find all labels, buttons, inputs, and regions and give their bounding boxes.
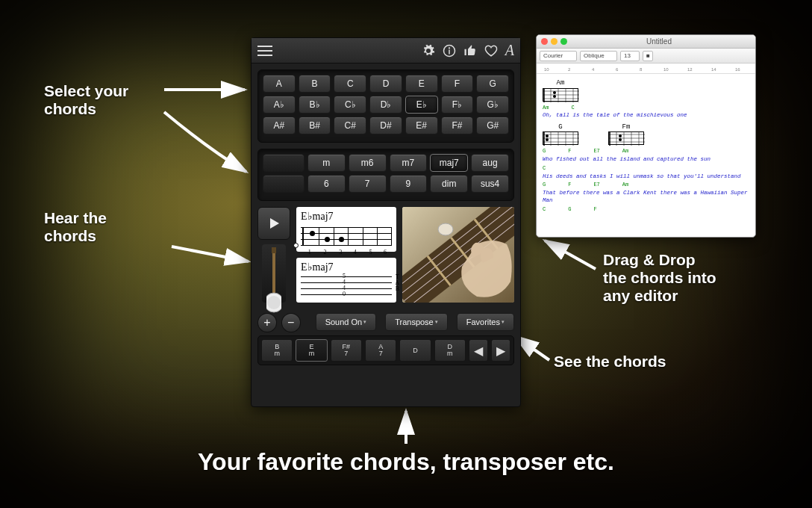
callout-drag-drop: Drag & Drop the chords into any editor (603, 251, 716, 305)
editor-toolbar: Courier Oblique 13 ■ (537, 49, 755, 64)
style-select[interactable]: Oblique (580, 51, 617, 61)
zoom-icon[interactable] (560, 38, 567, 45)
note-button-E[interactable]: E (405, 75, 438, 93)
svg-point-1 (449, 47, 450, 49)
quality-button-m[interactable]: m (307, 154, 346, 172)
svg-text:4: 4 (592, 67, 595, 72)
svg-text:2: 2 (568, 67, 571, 72)
editor-titlebar: Untitled (537, 35, 755, 49)
quality-button-aug[interactable]: aug (471, 154, 509, 172)
quality-button-sus4[interactable]: sus4 (471, 175, 509, 193)
note-button-Fsharp[interactable]: F# (441, 117, 474, 134)
chord-photo[interactable] (402, 207, 514, 303)
minimize-icon[interactable] (551, 38, 558, 45)
note-button-Gsharp[interactable]: G# (476, 117, 509, 134)
note-button-Bflat[interactable]: B♭ (299, 96, 331, 114)
svg-point-55 (619, 134, 622, 137)
favorites-next-button[interactable]: ▶ (491, 339, 510, 362)
svg-text:8: 8 (640, 67, 643, 72)
info-icon[interactable] (443, 42, 456, 59)
close-icon[interactable] (541, 38, 548, 45)
editor-body[interactable]: Am AmCOh, tall is the tale of the mischi… (537, 74, 755, 218)
quality-button-m7[interactable]: m7 (390, 154, 428, 172)
note-button-C[interactable]: C (334, 75, 366, 93)
note-button-Eflat[interactable]: E♭ (405, 96, 438, 114)
quality-button-blank (263, 175, 304, 193)
note-button-Cflat[interactable]: C♭ (334, 96, 366, 114)
svg-point-6 (267, 296, 281, 309)
menu-icon[interactable] (257, 46, 272, 56)
chord-display-section: E♭maj7 (252, 207, 520, 309)
favorite-slot-3[interactable]: A7 (365, 339, 396, 362)
favorites-prev-button[interactable]: ◀ (469, 339, 488, 362)
note-button-Dsharp[interactable]: D# (369, 117, 402, 134)
note-button-G[interactable]: G (476, 75, 509, 93)
quality-button-9[interactable]: 9 (390, 175, 428, 193)
chord-diagram-tab[interactable]: E♭maj7 T A B 5 4 4 0 (296, 258, 396, 303)
note-selector-panel: ABCDEFGA♭B♭C♭D♭E♭F♭G♭A#B#C#D#E#F#G# (252, 64, 520, 149)
note-button-Dflat[interactable]: D♭ (369, 96, 402, 114)
svg-point-16 (438, 223, 453, 235)
favorite-slot-1[interactable]: Em (296, 339, 327, 362)
svg-text:16: 16 (735, 67, 740, 72)
quality-button-7[interactable]: 7 (349, 175, 387, 193)
svg-text:6: 6 (616, 67, 619, 72)
text-editor-window: Untitled Courier Oblique 13 ■ 1024 6810 … (536, 34, 756, 238)
font-select[interactable]: Courier (540, 51, 577, 61)
callout-see-chords: See the chords (554, 353, 666, 371)
note-button-F[interactable]: F (441, 75, 474, 93)
bottom-toolbar: + − Sound On▾ Transpose▾ Favorites▾ BmEm… (252, 309, 520, 371)
tab-label: E♭maj7 (301, 261, 392, 273)
quality-button-dim[interactable]: dim (430, 175, 468, 193)
note-button-B[interactable]: B (299, 75, 331, 93)
note-button-Fflat[interactable]: F♭ (441, 96, 474, 114)
transpose-menu[interactable]: Transpose▾ (385, 313, 448, 331)
note-button-D[interactable]: D (369, 75, 402, 93)
heart-icon[interactable] (484, 42, 498, 59)
favorite-slot-5[interactable]: Dm (434, 339, 466, 362)
note-button-Esharp[interactable]: E# (405, 117, 438, 134)
remove-favorite-button[interactable]: − (281, 313, 301, 332)
gear-icon[interactable] (422, 42, 435, 59)
quality-button-blank (263, 154, 304, 172)
font-icon[interactable]: A (505, 42, 514, 59)
svg-text:10: 10 (544, 67, 549, 72)
svg-rect-2 (449, 49, 450, 54)
svg-point-36 (553, 95, 556, 98)
svg-point-45 (546, 134, 549, 137)
quality-button-6[interactable]: 6 (307, 175, 346, 193)
quality-button-maj7[interactable]: maj7 (430, 154, 468, 172)
callout-select-chords: Select your chords (44, 82, 128, 118)
note-button-Csharp[interactable]: C# (334, 117, 366, 134)
favorite-slot-0[interactable]: Bm (261, 339, 293, 362)
favorite-slot-2[interactable]: F#7 (331, 339, 362, 362)
quality-button-m6[interactable]: m6 (349, 154, 387, 172)
editor-ruler: 1024 6810 121416 (537, 64, 755, 74)
instrument-image (262, 244, 286, 303)
thumbs-up-icon[interactable] (463, 42, 477, 59)
callout-favorites: Your favorite chords, transposer etc. (0, 448, 812, 476)
size-select[interactable]: 13 (620, 51, 640, 61)
note-button-Bsharp[interactable]: B# (299, 117, 331, 134)
svg-rect-4 (272, 247, 276, 253)
chord-label: E♭maj7 (301, 210, 392, 223)
add-favorite-button[interactable]: + (257, 313, 277, 332)
app-topbar: A (252, 38, 520, 64)
favorite-slot-4[interactable]: D (399, 339, 431, 362)
editor-chord-diagram: G (543, 123, 578, 146)
note-button-Aflat[interactable]: A♭ (263, 96, 296, 114)
favorites-menu[interactable]: Favorites▾ (457, 313, 514, 331)
svg-point-46 (546, 138, 549, 141)
svg-point-35 (553, 91, 556, 94)
play-icon (267, 217, 281, 230)
sound-toggle[interactable]: Sound On▾ (316, 313, 377, 331)
note-button-A[interactable]: A (263, 75, 296, 93)
note-button-Gflat[interactable]: G♭ (476, 96, 509, 114)
color-select[interactable]: ■ (643, 51, 653, 61)
chord-diagram-fretboard[interactable]: E♭maj7 (296, 207, 396, 252)
svg-text:10: 10 (663, 67, 669, 72)
note-button-Asharp[interactable]: A# (263, 117, 296, 134)
svg-rect-3 (272, 247, 275, 294)
play-button[interactable] (257, 207, 290, 240)
callout-hear-chords: Hear the chords (44, 209, 107, 245)
